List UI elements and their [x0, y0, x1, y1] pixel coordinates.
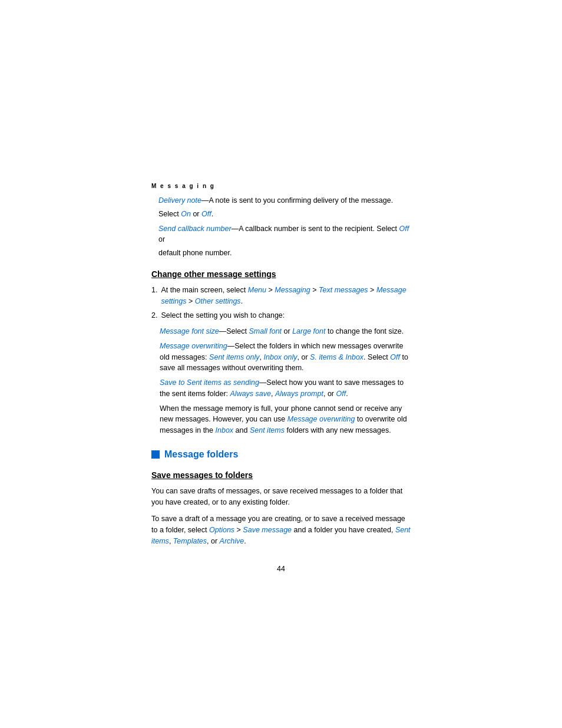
step-1-other-settings: Other settings — [195, 297, 241, 305]
para2-period: . — [244, 537, 246, 545]
step-1-gt1: > — [269, 286, 275, 294]
save-off: Off — [336, 390, 346, 398]
font-size-term: Message font size — [160, 327, 219, 335]
delivery-note-term: Delivery note — [158, 196, 201, 205]
save-period: . — [346, 390, 348, 398]
para2-options: Options — [209, 526, 234, 534]
settings-indented: Message font size—Select Small font or L… — [151, 326, 411, 436]
font-size-setting: Message font size—Select Small font or L… — [160, 326, 411, 337]
change-settings-heading: Change other message settings — [151, 269, 411, 279]
step-1-text: At the main screen, select Menu > Messag… — [161, 285, 411, 307]
section-header: M e s s a g i n g — [151, 183, 411, 189]
delivery-period: . — [211, 210, 213, 218]
delivery-note-block: Delivery note—A note is sent to you conf… — [151, 195, 411, 220]
step-1-gt4: > — [189, 297, 195, 305]
save-or: , or — [323, 390, 334, 398]
overwrite-or: or — [301, 353, 308, 361]
para2-archive: Archive — [220, 537, 244, 545]
overwrite-off: Off — [390, 353, 400, 361]
send-callback-description: A callback number is sent to the recipie… — [239, 225, 397, 233]
save-prompt: Always prompt — [275, 390, 323, 398]
memory-text: When the message memory is full, your ph… — [160, 403, 411, 436]
para2-gt: > — [237, 526, 243, 534]
save-messages-para1: You can save drafts of messages, or save… — [151, 486, 411, 508]
overwrite-s-items: S. items & Inbox — [310, 353, 363, 361]
para2-templates: Templates — [173, 537, 207, 545]
memory-sent: Sent items — [250, 426, 285, 434]
save-always: Always save — [230, 390, 271, 398]
step-1-menu: Menu — [248, 286, 266, 294]
para2-comma: , — [169, 537, 171, 545]
delivery-note-dash: — — [201, 196, 209, 205]
overwrite-inbox: Inbox only — [264, 353, 297, 361]
message-folders-heading: Message folders — [151, 449, 411, 460]
save-setting: Save to Sent items as sending—Select how… — [160, 377, 411, 400]
overwrite-comma2: , — [297, 353, 299, 361]
save-dash: — — [259, 378, 267, 387]
font-suffix: to change the font size. — [328, 327, 404, 335]
send-callback-or: or — [158, 235, 165, 243]
page-number: 44 — [151, 565, 411, 573]
font-large: Large font — [292, 327, 325, 335]
overwrite-dash: — — [227, 342, 235, 350]
para2-save-message: Save message — [243, 526, 292, 534]
save-comma: , — [271, 390, 273, 398]
delivery-off: Off — [201, 210, 211, 218]
step-1-messaging: Messaging — [275, 286, 310, 294]
send-callback-off: Off — [399, 225, 409, 233]
font-or: or — [284, 327, 290, 335]
send-callback-default: default phone number. — [158, 248, 411, 259]
overwrite-comma1: , — [260, 353, 262, 361]
memory-inbox: Inbox — [216, 426, 234, 434]
para2-or: , or — [207, 537, 217, 545]
delivery-or1: or — [193, 210, 199, 218]
step-1-text-messages: Text messages — [319, 286, 368, 294]
content-area: M e s s a g i n g Delivery note—A note i… — [151, 0, 411, 573]
step-1-prefix: At the main screen, select — [161, 286, 246, 294]
para2-and: and a folder you have created, — [294, 526, 395, 534]
overwriting-term: Message overwriting — [160, 342, 227, 350]
step-2-text: Select the setting you wish to change: — [161, 310, 285, 321]
send-callback-term: Send callback number — [158, 225, 232, 233]
delivery-on: On — [181, 210, 191, 218]
delivery-select-label: Select — [158, 210, 179, 218]
save-messages-para2: To save a draft of a message you are cre… — [151, 513, 411, 546]
font-small: Small font — [249, 327, 282, 335]
step-2-number: 2. — [151, 310, 157, 321]
message-folders-title: Message folders — [164, 449, 238, 460]
send-callback-block: Send callback number—A callback number i… — [151, 223, 411, 259]
step-1-number: 1. — [151, 285, 157, 307]
save-term: Save to Sent items as sending — [160, 378, 259, 387]
send-callback-text: Send callback number—A callback number i… — [158, 223, 411, 246]
overwrite-select: . Select — [363, 353, 388, 361]
step-1-period: . — [241, 297, 243, 305]
memory-and: and — [236, 426, 248, 434]
step-1-gt2: > — [312, 286, 319, 294]
steps-list: 1. At the main screen, select Menu > Mes… — [151, 285, 411, 321]
page: M e s s a g i n g Delivery note—A note i… — [0, 0, 562, 728]
step-2: 2. Select the setting you wish to change… — [151, 310, 411, 321]
send-callback-dash: — — [232, 225, 239, 233]
overwrite-sent: Sent items only — [209, 353, 259, 361]
font-dash: — — [219, 327, 227, 335]
delivery-note-text: Delivery note—A note is sent to you conf… — [158, 195, 411, 206]
step-1: 1. At the main screen, select Menu > Mes… — [151, 285, 411, 307]
memory-suffix: folders with any new messages. — [286, 426, 391, 434]
overwriting-setting: Message overwriting—Select the folders i… — [160, 341, 411, 374]
blue-square-icon — [151, 450, 160, 459]
save-messages-heading: Save messages to folders — [151, 470, 411, 480]
delivery-note-description: A note is sent to you confirming deliver… — [209, 196, 393, 205]
delivery-note-select: Select On or Off. — [158, 209, 411, 220]
font-select: Select — [226, 327, 247, 335]
memory-link: Message overwriting — [287, 415, 355, 423]
step-1-gt3: > — [370, 286, 376, 294]
